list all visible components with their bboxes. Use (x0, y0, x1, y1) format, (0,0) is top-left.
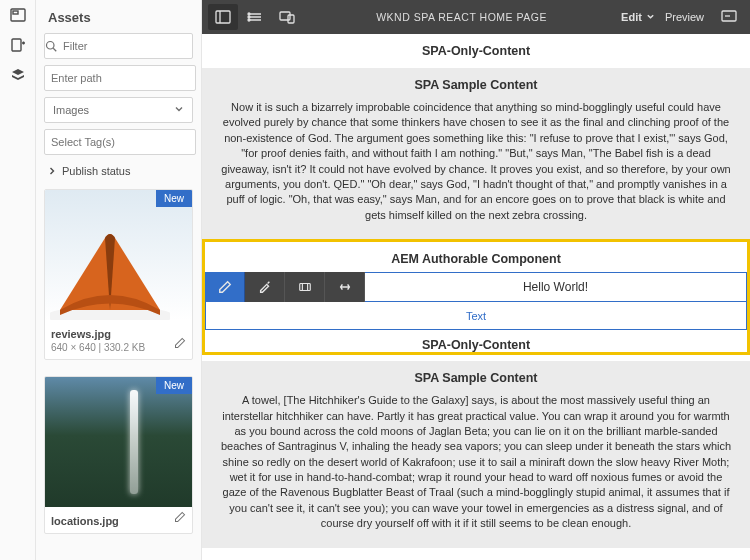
path-field[interactable] (44, 65, 196, 91)
text-drop-zone[interactable]: Text (205, 302, 747, 330)
filter-input[interactable] (57, 40, 202, 52)
authorable-region: AEM Authorable Component (202, 239, 750, 355)
toggle-panel-button[interactable] (208, 4, 238, 30)
drag-button[interactable] (325, 272, 365, 302)
asset-filename: locations.jpg (51, 515, 186, 527)
preview-button[interactable]: Preview (665, 11, 704, 23)
new-badge: New (156, 190, 192, 207)
edit-asset-icon[interactable] (174, 509, 186, 527)
editor-toolbar: WKND SPA REACT HOME PAGE Edit Preview (202, 0, 750, 34)
sample-content-1: SPA Sample Content Now it is such a biza… (202, 68, 750, 239)
svg-point-7 (248, 16, 250, 18)
tent-illustration (50, 220, 170, 320)
chevron-down-icon (646, 11, 655, 23)
path-input[interactable] (45, 72, 195, 84)
new-badge: New (156, 377, 192, 394)
emulator-button[interactable] (272, 4, 302, 30)
waterfall-illustration (45, 377, 192, 507)
parent-button[interactable] (285, 272, 325, 302)
configure-button[interactable] (245, 272, 285, 302)
asset-card[interactable]: New locations.jpg (44, 376, 193, 534)
mode-label: Edit (621, 11, 642, 23)
chevron-right-icon (48, 165, 56, 177)
page-title: WKND SPA REACT HOME PAGE (302, 11, 621, 23)
mode-selector[interactable]: Edit (621, 11, 655, 23)
authorable-title: AEM Authorable Component (205, 242, 747, 272)
svg-rect-1 (13, 11, 18, 14)
asset-card[interactable]: New reviews.jpg 640 × 640 | 330.2 KB (44, 189, 193, 360)
edit-component-button[interactable] (205, 272, 245, 302)
svg-rect-10 (288, 15, 294, 23)
type-selected: Images (53, 104, 89, 116)
chevron-down-icon (174, 104, 184, 116)
layers-icon[interactable] (9, 66, 27, 84)
page-content: SPA-Only-Content SPA Sample Content Now … (202, 34, 750, 560)
assets-panel: Assets Images (36, 0, 202, 560)
svg-rect-2 (12, 39, 21, 51)
search-icon (45, 40, 57, 52)
edit-asset-icon[interactable] (174, 335, 186, 353)
assets-title: Assets (36, 0, 201, 33)
sample-2-title: SPA Sample Content (220, 371, 732, 385)
asset-thumb: New (45, 377, 192, 507)
svg-rect-12 (299, 284, 310, 291)
spa-only-title: SPA-Only-Content (202, 34, 750, 68)
sample-2-body: A towel, [The Hitchhiker's Guide to the … (220, 393, 732, 532)
left-rail (0, 0, 36, 560)
sample-1-body: Now it is such a bizarrely improbable co… (220, 100, 732, 223)
sample-content-2: SPA Sample Content A towel, [The Hitchhi… (202, 361, 750, 548)
hello-world-component[interactable]: Hello World! (365, 272, 747, 302)
svg-point-6 (248, 13, 250, 15)
asset-thumb: New (45, 190, 192, 320)
publish-label: Publish status (62, 165, 130, 177)
spa-only-title-2: SPA-Only-Content (205, 330, 747, 352)
svg-point-3 (47, 42, 55, 50)
asset-filename: reviews.jpg (51, 328, 186, 340)
panel-icon[interactable] (9, 6, 27, 24)
tags-input[interactable] (45, 136, 195, 148)
tags-field[interactable] (44, 129, 196, 155)
asset-meta: 640 × 640 | 330.2 KB (51, 342, 186, 353)
annotate-button[interactable] (714, 4, 744, 30)
filter-field[interactable] (44, 33, 193, 59)
svg-rect-5 (216, 11, 230, 23)
svg-point-8 (248, 19, 250, 21)
sample-1-title: SPA Sample Content (220, 78, 732, 92)
component-toolbar-row: Hello World! (205, 272, 747, 302)
publish-status-toggle[interactable]: Publish status (36, 155, 201, 181)
page-info-button[interactable] (240, 4, 270, 30)
component-toolbar (205, 272, 365, 302)
type-select[interactable]: Images (44, 97, 193, 123)
editor-main: WKND SPA REACT HOME PAGE Edit Preview SP… (202, 0, 750, 560)
add-page-icon[interactable] (9, 36, 27, 54)
